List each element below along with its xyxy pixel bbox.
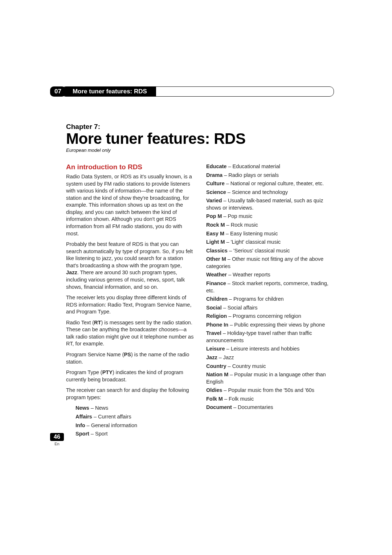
program-type-desc: – Science and technology <box>226 189 288 195</box>
program-type-name: Classics <box>206 248 228 254</box>
program-type-name: Light M <box>206 239 225 245</box>
program-type-item: Culture – National or regional culture, … <box>206 180 334 187</box>
program-type-item: Other M – Other music not fitting any of… <box>206 256 334 270</box>
program-type-item: Religion – Programs concerning religion <box>206 313 334 320</box>
two-column-layout: An introduction to RDS Radio Data System… <box>66 163 334 439</box>
program-types-left: News – NewsAffairs – Current affairsInfo… <box>75 405 194 437</box>
program-type-item: Rock M – Rock music <box>206 222 334 229</box>
program-type-desc: – Pop music <box>222 213 253 219</box>
text-run: Program Type ( <box>66 369 102 375</box>
section-heading: An introduction to RDS <box>66 163 194 171</box>
program-type-item: Folk M – Folk music <box>206 396 334 403</box>
program-type-name: Travel <box>206 330 221 336</box>
program-types-right: Educate – Educational materialDrama – Ra… <box>206 163 334 411</box>
program-type-name: Sport <box>75 431 89 437</box>
program-type-name: Folk M <box>206 396 223 402</box>
program-type-name: Info <box>75 422 85 428</box>
program-type-item: Varied – Usually talk-based material, su… <box>206 197 334 211</box>
program-type-name: Jazz <box>206 355 217 360</box>
content-area: Chapter 7: More tuner features: RDS Euro… <box>66 123 334 439</box>
program-type-desc: – Documentaries <box>232 404 273 410</box>
paragraph: Radio Data System, or RDS as it's usuall… <box>66 173 194 237</box>
program-type-name: Drama <box>206 172 222 178</box>
program-type-desc: – Educational material <box>226 163 280 169</box>
program-type-item: Light M – 'Light' classical music <box>206 239 334 246</box>
program-type-desc: – 'Serious' classical music <box>228 248 290 254</box>
program-type-name: Country <box>206 363 226 369</box>
text-run: Program Service Name ( <box>66 352 124 357</box>
program-type-desc: – Folk music <box>223 396 254 402</box>
page-number: 46 <box>50 433 64 441</box>
program-type-name: Other M <box>206 256 226 262</box>
program-type-desc: – Current affairs <box>92 414 131 420</box>
page-number-block: 46 En <box>50 433 64 446</box>
program-type-name: Educate <box>206 163 226 169</box>
program-type-name: Science <box>206 189 226 195</box>
program-type-item: Easy M – Easy listening music <box>206 230 334 238</box>
program-type-item: News – News <box>75 405 194 412</box>
program-type-item: Travel – Holiday-type travel rather than… <box>206 330 334 344</box>
text-run: Radio Text ( <box>66 320 94 325</box>
paragraph: Radio Text (RT) is messages sent by the … <box>66 319 194 348</box>
chapter-note: European model only <box>66 147 334 153</box>
program-type-desc: – Weather reports <box>227 272 270 278</box>
program-type-desc: – Sport <box>89 431 108 437</box>
program-type-desc: – Popular music from the '50s and '60s <box>222 387 314 393</box>
chapter-header-bar: 07 More tuner features: RDS <box>50 86 334 97</box>
program-type-item: Nation M – Popular music in a language o… <box>206 371 334 385</box>
program-type-name: Religion <box>206 313 227 319</box>
program-type-name: Social <box>206 305 222 311</box>
paragraph: Program Service Name (PS) is the name of… <box>66 351 194 365</box>
program-type-item: Drama – Radio plays or serials <box>206 172 334 179</box>
bold-run: Jazz <box>66 270 77 275</box>
chapter-title: More tuner features: RDS <box>66 131 334 147</box>
paragraph: Program Type (PTY) indicates the kind of… <box>66 369 194 383</box>
program-type-desc: – Social affairs <box>222 305 258 311</box>
program-type-desc: – Public expressing their views by phone <box>228 322 325 328</box>
program-type-item: Educate – Educational material <box>206 163 334 170</box>
program-type-desc: – Usually talk-based material, such as q… <box>206 198 323 211</box>
program-type-item: Pop M – Pop music <box>206 213 334 220</box>
program-type-name: News <box>75 405 89 411</box>
chapter-number-badge: 07 <box>50 86 66 97</box>
program-type-name: Easy M <box>206 231 224 236</box>
program-type-item: Classics – 'Serious' classical music <box>206 247 334 255</box>
paragraph: The receiver lets you display three diff… <box>66 294 194 316</box>
program-type-name: Weather <box>206 272 227 278</box>
program-type-name: Children <box>206 296 228 302</box>
chapter-header-title: More tuner features: RDS <box>73 88 147 95</box>
program-type-item: Phone In – Public expressing their views… <box>206 321 334 329</box>
program-type-name: Document <box>206 404 232 410</box>
bold-run: RT <box>94 320 101 325</box>
program-type-desc: – National or regional culture, theater,… <box>225 181 324 186</box>
program-type-name: Rock M <box>206 222 225 228</box>
program-type-item: Leisure – Leisure interests and hobbies <box>206 345 334 353</box>
page-language: En <box>50 442 64 446</box>
program-type-name: Varied <box>206 198 222 203</box>
program-type-name: Nation M <box>206 372 228 377</box>
program-type-desc: – Easy listening music <box>224 231 278 236</box>
program-type-item: Sport – Sport <box>75 430 194 438</box>
program-type-item: Children – Programs for children <box>206 296 334 303</box>
column-right: Educate – Educational materialDrama – Ra… <box>206 163 334 439</box>
paragraph: Probably the best feature of RDS is that… <box>66 241 194 291</box>
program-type-desc: – Jazz <box>217 355 234 360</box>
program-type-desc: – Radio plays or serials <box>222 172 279 178</box>
program-type-item: Affairs – Current affairs <box>75 413 194 421</box>
text-run: . There are around 30 such program types… <box>66 270 185 289</box>
program-type-item: Science – Science and technology <box>206 189 334 196</box>
program-type-item: Info – General information <box>75 422 194 429</box>
program-type-name: Oldies <box>206 387 222 393</box>
program-type-item: Social – Social affairs <box>206 304 334 312</box>
program-type-name: Pop M <box>206 213 222 219</box>
program-type-name: Culture <box>206 181 225 186</box>
program-type-name: Leisure <box>206 346 225 352</box>
program-type-desc: – Rock music <box>225 222 258 228</box>
manual-page: 07 More tuner features: RDS Chapter 7: M… <box>0 0 392 439</box>
program-type-name: Finance <box>206 280 226 286</box>
program-type-item: Weather – Weather reports <box>206 271 334 279</box>
program-type-item: Oldies – Popular music from the '50s and… <box>206 387 334 394</box>
program-type-desc: – Holiday-type travel rather than traffi… <box>206 330 312 343</box>
program-type-desc: – 'Light' classical music <box>225 239 281 245</box>
column-left: An introduction to RDS Radio Data System… <box>66 163 194 439</box>
